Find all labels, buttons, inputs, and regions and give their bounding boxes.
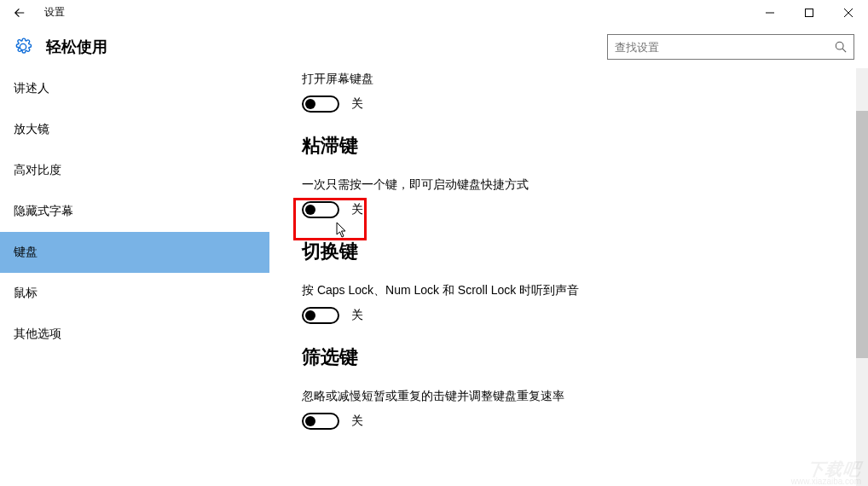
minimize-button[interactable] [750, 0, 790, 26]
sidebar-item-closed-captions[interactable]: 隐藏式字幕 [0, 191, 269, 232]
watermark-url: www.xiazaiba.com [791, 477, 861, 486]
page-title: 轻松使用 [46, 37, 607, 57]
back-button[interactable] [0, 0, 39, 26]
sidebar-item-high-contrast[interactable]: 高对比度 [0, 150, 269, 191]
filter-keys-state: 关 [351, 414, 363, 429]
sidebar-item-mouse[interactable]: 鼠标 [0, 273, 269, 314]
toggle-keys-heading: 切换键 [302, 239, 868, 264]
gear-icon [14, 38, 32, 56]
svg-line-5 [842, 49, 846, 52]
content-area: 打开屏幕键盘 关 粘滞键 一次只需按一个键，即可启动键盘快捷方式 关 切换键 按… [269, 68, 868, 486]
sidebar-item-other-options[interactable]: 其他选项 [0, 314, 269, 355]
sidebar: 讲述人 放大镜 高对比度 隐藏式字幕 键盘 鼠标 其他选项 [0, 68, 269, 486]
screen-keyboard-desc: 打开屏幕键盘 [302, 72, 868, 87]
scrollbar-thumb[interactable] [856, 111, 868, 358]
maximize-button[interactable] [790, 0, 829, 26]
filter-keys-heading: 筛选键 [302, 344, 868, 370]
sticky-keys-toggle[interactable] [302, 201, 339, 218]
window-title: 设置 [44, 5, 65, 20]
screen-keyboard-state: 关 [351, 96, 363, 112]
svg-rect-1 [806, 9, 813, 16]
search-icon [828, 34, 854, 60]
sticky-keys-state: 关 [351, 202, 363, 217]
search-box[interactable] [607, 34, 854, 60]
sidebar-item-keyboard[interactable]: 键盘 [0, 232, 269, 273]
close-button[interactable] [829, 0, 868, 26]
toggle-keys-desc: 按 Caps Lock、Num Lock 和 Scroll Lock 时听到声音 [302, 283, 868, 298]
screen-keyboard-toggle[interactable] [302, 95, 339, 113]
filter-keys-toggle[interactable] [302, 413, 339, 430]
sidebar-item-narrator[interactable]: 讲述人 [0, 68, 269, 109]
toggle-keys-toggle[interactable] [302, 307, 339, 324]
close-icon [844, 9, 853, 17]
minimize-icon [766, 9, 774, 17]
svg-point-4 [836, 42, 843, 49]
filter-keys-desc: 忽略或减慢短暂或重复的击键并调整键盘重复速率 [302, 389, 868, 404]
sticky-keys-desc: 一次只需按一个键，即可启动键盘快捷方式 [302, 177, 868, 193]
sidebar-item-magnifier[interactable]: 放大镜 [0, 109, 269, 150]
maximize-icon [805, 9, 813, 17]
toggle-keys-state: 关 [351, 308, 363, 323]
cursor-icon [336, 222, 350, 239]
scrollbar[interactable] [856, 68, 868, 486]
arrow-left-icon [14, 7, 26, 19]
sticky-keys-heading: 粘滞键 [302, 133, 868, 159]
search-input[interactable] [608, 41, 828, 54]
